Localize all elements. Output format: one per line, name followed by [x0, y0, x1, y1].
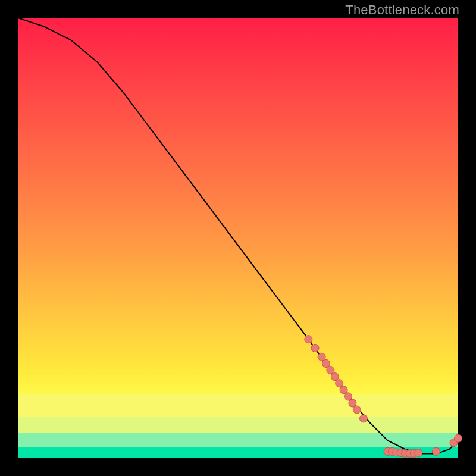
data-point	[322, 359, 330, 367]
data-point	[340, 386, 347, 394]
data-point	[455, 434, 462, 442]
data-points-group	[305, 336, 462, 458]
data-point	[353, 406, 361, 414]
data-point	[331, 373, 339, 381]
bottleneck-curve-path	[18, 18, 458, 454]
data-point	[305, 336, 312, 343]
data-point	[359, 415, 367, 422]
data-point	[433, 447, 440, 455]
watermark-text: TheBottleneck.com	[345, 2, 459, 18]
data-point	[345, 393, 352, 400]
chart-svg	[18, 18, 458, 458]
data-point	[327, 367, 334, 374]
data-point	[311, 345, 319, 352]
data-point	[415, 449, 422, 457]
chart-frame: { "watermark": "TheBottleneck.com", "col…	[0, 0, 476, 476]
data-point	[336, 380, 343, 387]
data-point	[318, 353, 325, 361]
data-point	[349, 399, 356, 407]
